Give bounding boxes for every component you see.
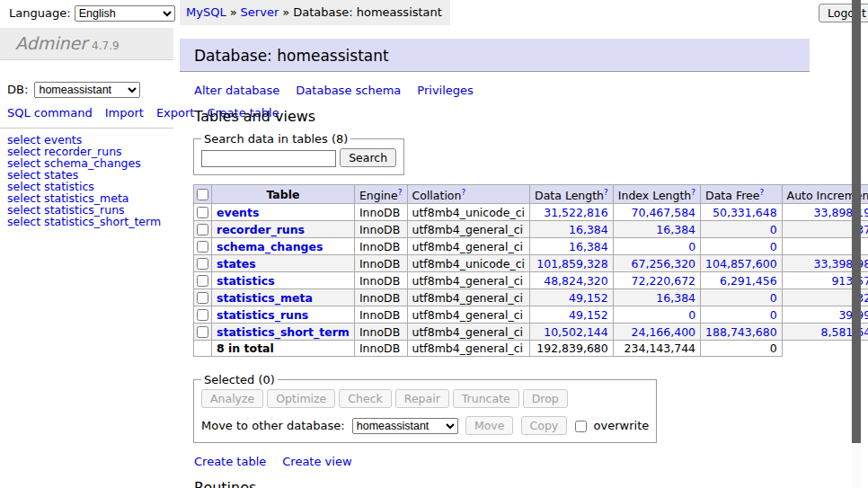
- auto-increment-link[interactable]: 913,577: [831, 274, 868, 288]
- index-length-link[interactable]: 0: [688, 308, 695, 322]
- table-row-statistics-short-term: statistics_short_termInnoDButf8mb4_gener…: [194, 324, 868, 341]
- scrollbar-thumb[interactable]: [852, 0, 861, 443]
- sidebar-action-import[interactable]: Import: [105, 106, 144, 120]
- total-number-cell: 192,839,680: [530, 341, 614, 357]
- main-content: MySQL»Server»Database: homeassistant Dat…: [180, 0, 810, 488]
- data-length-cell: 31,522,816: [530, 204, 614, 221]
- index-length-link[interactable]: 70,467,584: [632, 206, 696, 219]
- search-input[interactable]: [201, 150, 336, 167]
- table-link-statistics-short-term[interactable]: statistics_short_term: [217, 325, 350, 339]
- total-engine-cell: InnoDB: [354, 341, 407, 357]
- breadcrumb-link-server[interactable]: Server: [241, 5, 279, 19]
- table-link-statistics[interactable]: statistics: [217, 274, 275, 288]
- table-name-cell: recorder_runs: [212, 221, 355, 238]
- help-link-index-length[interactable]: ?: [691, 188, 695, 197]
- scrollbar-track[interactable]: [852, 0, 861, 488]
- data-free-cell: 104,857,600: [701, 255, 783, 272]
- optimize-button[interactable]: Optimize: [267, 389, 335, 408]
- create-link-create-table[interactable]: Create table: [194, 455, 266, 468]
- repair-button[interactable]: Repair: [395, 389, 449, 408]
- data-free-link[interactable]: 0: [770, 223, 777, 236]
- engine-cell: InnoDB: [354, 238, 407, 255]
- drop-button[interactable]: Drop: [523, 389, 568, 408]
- db-label: DB:: [7, 83, 28, 96]
- db-selector-row: DB: homeassistant: [0, 60, 173, 98]
- data-length-link[interactable]: 49,152: [569, 291, 608, 305]
- language-select[interactable]: English: [75, 5, 175, 22]
- help-link-data-free[interactable]: ?: [759, 188, 764, 197]
- data-free-cell: 0: [701, 306, 783, 324]
- data-free-link[interactable]: 0: [770, 291, 777, 305]
- data-free-link[interactable]: 0: [770, 308, 777, 322]
- table-link-schema-changes[interactable]: schema_changes: [217, 240, 323, 253]
- check-button[interactable]: Check: [339, 389, 391, 408]
- table-row-statistics-meta: statistics_metaInnoDButf8mb4_general_ci4…: [194, 289, 868, 306]
- data-length-link[interactable]: 31,522,816: [544, 206, 608, 219]
- engine-cell: InnoDB: [354, 204, 407, 221]
- table-link-statistics-meta[interactable]: statistics_meta: [217, 291, 313, 305]
- sidebar-link-select-statistics-short-term[interactable]: select statistics_short_term: [7, 216, 173, 227]
- help-superscript: ?: [604, 186, 608, 197]
- table-row-statistics-runs: statistics_runsInnoDButf8mb4_general_ci4…: [194, 306, 868, 324]
- index-length-link[interactable]: 72,220,672: [632, 274, 696, 288]
- data-free-link[interactable]: 0: [770, 240, 777, 253]
- data-length-link[interactable]: 10,502,144: [544, 325, 608, 339]
- data-free-link[interactable]: 104,857,600: [705, 257, 777, 271]
- create-link-create-view[interactable]: Create view: [282, 455, 351, 468]
- row-checkbox-schema-changes[interactable]: [197, 241, 208, 253]
- row-checkbox-statistics-short-term[interactable]: [197, 326, 208, 338]
- help-link-collation[interactable]: ?: [461, 188, 465, 197]
- copy-button[interactable]: Copy: [521, 416, 568, 435]
- table-name-cell: states: [212, 255, 355, 272]
- index-length-link[interactable]: 0: [688, 240, 695, 253]
- engine-cell: InnoDB: [354, 324, 407, 341]
- truncate-button[interactable]: Truncate: [453, 389, 519, 408]
- row-checkbox-statistics-runs[interactable]: [197, 309, 208, 321]
- analyze-button[interactable]: Analyze: [201, 389, 263, 408]
- collation-cell: utf8mb4_unicode_ci: [407, 204, 530, 221]
- data-length-cell: 101,859,328: [530, 255, 614, 272]
- overwrite-checkbox[interactable]: [575, 421, 587, 432]
- index-length-link[interactable]: 67,256,320: [632, 257, 696, 271]
- column-header-data-free: Data Free?: [701, 185, 783, 204]
- db-link-alter-database[interactable]: Alter database: [194, 84, 279, 97]
- data-length-link[interactable]: 16,384: [569, 240, 608, 253]
- table-link-recorder-runs[interactable]: recorder_runs: [217, 223, 305, 236]
- index-length-link[interactable]: 16,384: [656, 223, 695, 236]
- sidebar-action-sql-command[interactable]: SQL command: [7, 106, 93, 120]
- db-link-database-schema[interactable]: Database schema: [296, 84, 401, 97]
- help-link-engine[interactable]: ?: [398, 188, 403, 197]
- select-all-checkbox[interactable]: [197, 189, 208, 200]
- move-button[interactable]: Move: [465, 416, 514, 435]
- breadcrumb-link-mysql[interactable]: MySQL: [186, 5, 226, 19]
- row-checkbox-events[interactable]: [197, 207, 208, 218]
- table-link-statistics-runs[interactable]: statistics_runs: [217, 308, 308, 322]
- index-length-link[interactable]: 16,384: [656, 291, 695, 305]
- table-name-cell: statistics_runs: [212, 306, 355, 324]
- overwrite-label: overwrite: [594, 419, 650, 432]
- data-free-link[interactable]: 6,291,456: [720, 274, 777, 288]
- table-link-states[interactable]: states: [217, 257, 256, 271]
- row-checkbox-recorder-runs[interactable]: [197, 224, 208, 235]
- row-checkbox-statistics[interactable]: [197, 275, 208, 287]
- help-link-data-length[interactable]: ?: [604, 188, 608, 197]
- data-length-cell: 10,502,144: [530, 324, 614, 341]
- data-free-link[interactable]: 188,743,680: [705, 325, 777, 339]
- auto-increment-link[interactable]: 8,581,645: [821, 325, 868, 339]
- data-free-link[interactable]: 50,331,648: [713, 206, 777, 219]
- data-length-link[interactable]: 16,384: [569, 223, 608, 236]
- data-length-link[interactable]: 101,859,328: [536, 257, 608, 271]
- data-length-link[interactable]: 48,824,320: [544, 274, 608, 288]
- db-select[interactable]: homeassistant: [34, 82, 140, 98]
- move-db-select[interactable]: homeassistant: [352, 418, 458, 434]
- db-link-privileges[interactable]: Privileges: [417, 84, 474, 97]
- row-checkbox-states[interactable]: [197, 258, 208, 270]
- row-checkbox-cell: [194, 255, 212, 272]
- search-button[interactable]: Search: [340, 148, 396, 167]
- sidebar-table-links: select eventsselect recorder_runsselect …: [7, 134, 173, 227]
- table-link-events[interactable]: events: [217, 206, 259, 219]
- row-checkbox-statistics-meta[interactable]: [197, 292, 208, 304]
- index-length-link[interactable]: 24,166,400: [632, 325, 696, 339]
- table-name-cell: statistics_short_term: [212, 324, 355, 341]
- data-length-link[interactable]: 49,152: [569, 308, 608, 322]
